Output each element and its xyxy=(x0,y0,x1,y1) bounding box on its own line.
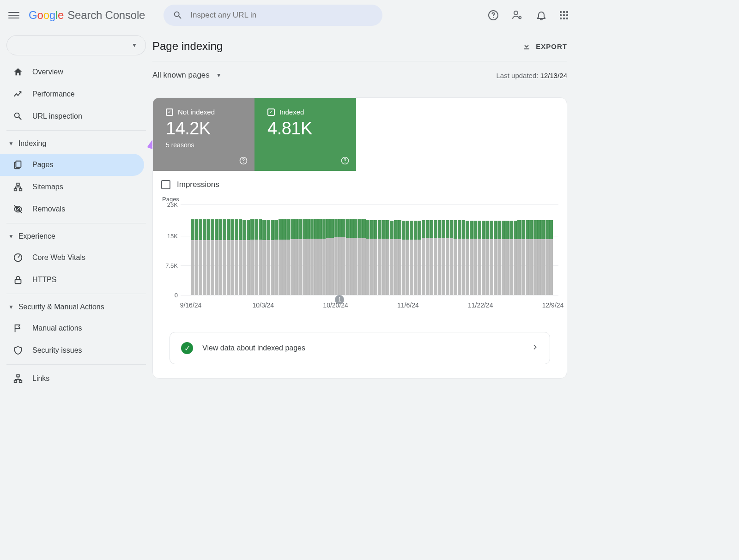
page-header: Page indexing EXPORT xyxy=(152,32,567,61)
svg-rect-10 xyxy=(17,375,19,377)
sidebar-section-experience[interactable]: ▼ Experience xyxy=(0,226,152,247)
svg-rect-12 xyxy=(19,380,22,383)
last-updated: Last updated: 12/13/24 xyxy=(497,72,567,79)
nav-label: Security issues xyxy=(32,346,82,355)
help-icon[interactable] xyxy=(488,10,499,21)
home-icon xyxy=(13,67,23,77)
not-indexed-sub: 5 reasons xyxy=(166,141,246,149)
brand: Google Search Console xyxy=(29,9,145,22)
tab-not-indexed[interactable]: ✓Not indexed 14.2K 5 reasons xyxy=(153,98,254,171)
nav-label: Removals xyxy=(32,205,65,213)
section-label: Experience xyxy=(18,232,55,241)
sidebar-item-performance[interactable]: Performance xyxy=(0,83,144,105)
nav-label: Pages xyxy=(32,161,53,169)
top-bar: Google Search Console xyxy=(0,0,580,30)
svg-rect-5 xyxy=(17,183,19,186)
checkbox-on-icon: ✓ xyxy=(166,108,173,116)
search-icon xyxy=(13,111,23,121)
flag-icon xyxy=(13,323,23,333)
sidebar-item-links[interactable]: Links xyxy=(0,367,144,390)
export-label: EXPORT xyxy=(536,42,567,50)
search-input[interactable] xyxy=(190,11,373,20)
svg-point-14 xyxy=(243,162,244,163)
help-icon[interactable] xyxy=(239,156,248,165)
main: Page indexing EXPORT All known pages ▼ L… xyxy=(152,32,567,440)
status-tabs: ✓Not indexed 14.2K 5 reasons ✓Indexed 4.… xyxy=(153,98,356,171)
sidebar-item-url-inspection[interactable]: URL inspection xyxy=(0,105,144,127)
sidebar-item-pages[interactable]: Pages xyxy=(0,154,144,176)
nav-label: Links xyxy=(32,374,49,383)
nav-label: Sitemaps xyxy=(32,183,63,191)
view-row-label: View data about indexed pages xyxy=(202,344,305,352)
svg-rect-11 xyxy=(14,380,17,383)
chevron-down-icon: ▼ xyxy=(8,233,14,240)
chevron-down-icon: ▼ xyxy=(8,140,14,147)
chevron-right-icon xyxy=(531,343,539,353)
shield-icon xyxy=(13,345,23,355)
impressions-label: Impressions xyxy=(177,180,219,189)
svg-point-16 xyxy=(345,162,345,163)
impressions-toggle[interactable]: Impressions xyxy=(153,171,567,191)
svg-point-1 xyxy=(493,17,494,18)
nav-label: Manual actions xyxy=(32,324,82,332)
gauge-icon xyxy=(13,253,23,263)
brand-product: Search Console xyxy=(67,9,145,22)
section-label: Security & Manual Actions xyxy=(18,303,104,311)
menu-icon[interactable] xyxy=(8,10,19,21)
sitemap-icon xyxy=(13,182,23,192)
download-icon xyxy=(522,42,531,51)
indexing-chart: Pages 23K15K7.5K0 9/16/2410/3/2410/20/24… xyxy=(153,191,567,320)
sidebar-item-cwv[interactable]: Core Web Vitals xyxy=(0,247,144,269)
sidebar-item-removals[interactable]: Removals xyxy=(0,198,144,220)
trend-icon xyxy=(13,89,23,99)
sidebar-item-manual-actions[interactable]: Manual actions xyxy=(0,317,144,339)
sidebar-section-security[interactable]: ▼ Security & Manual Actions xyxy=(0,297,152,317)
nav-label: Core Web Vitals xyxy=(32,253,85,262)
lock-icon xyxy=(13,275,23,285)
apps-icon[interactable] xyxy=(560,11,568,19)
search-icon xyxy=(173,10,183,20)
nav-label: HTTPS xyxy=(32,276,56,284)
tab-indexed[interactable]: ✓Indexed 4.81K xyxy=(254,98,356,171)
property-selector[interactable]: ▼ xyxy=(6,35,146,55)
section-label: Indexing xyxy=(18,139,47,148)
view-indexed-data-button[interactable]: ✓ View data about indexed pages xyxy=(170,332,550,364)
google-logo: Google xyxy=(29,9,64,22)
sidebar-section-indexing[interactable]: ▼ Indexing xyxy=(0,133,152,154)
svg-point-2 xyxy=(514,11,518,15)
sidebar-item-security-issues[interactable]: Security issues xyxy=(0,339,144,361)
not-indexed-value: 14.2K xyxy=(166,119,246,138)
sidebar-item-sitemaps[interactable]: Sitemaps xyxy=(0,176,144,198)
eye-off-icon xyxy=(13,204,23,214)
help-icon[interactable] xyxy=(340,156,350,165)
nav-label: Performance xyxy=(32,90,75,98)
check-circle-icon: ✓ xyxy=(181,342,193,354)
url-inspection-search[interactable] xyxy=(164,5,382,26)
links-icon xyxy=(13,373,23,384)
svg-point-3 xyxy=(519,17,521,18)
sidebar: ▼ Overview Performance URL inspection ▼ … xyxy=(0,30,152,440)
chevron-down-icon: ▼ xyxy=(216,72,222,78)
svg-rect-4 xyxy=(16,161,21,168)
export-button[interactable]: EXPORT xyxy=(522,42,567,51)
filter-label: All known pages xyxy=(152,71,210,80)
checkbox-icon[interactable] xyxy=(161,180,170,189)
sidebar-item-https[interactable]: HTTPS xyxy=(0,269,144,291)
indexed-value: 4.81K xyxy=(267,119,348,138)
filter-row: All known pages ▼ Last updated: 12/13/24 xyxy=(152,61,567,80)
nav-label: URL inspection xyxy=(32,112,82,120)
svg-rect-6 xyxy=(14,189,17,191)
user-settings-icon[interactable] xyxy=(512,10,523,21)
chevron-down-icon: ▼ xyxy=(132,42,137,48)
page-title: Page indexing xyxy=(152,40,223,53)
y-axis-title: Pages xyxy=(161,196,558,203)
page-filter-dropdown[interactable]: All known pages ▼ xyxy=(152,71,222,80)
checkbox-on-icon: ✓ xyxy=(267,108,275,116)
svg-rect-9 xyxy=(15,279,21,283)
bell-icon[interactable] xyxy=(536,10,547,21)
nav-label: Overview xyxy=(32,68,63,76)
pages-icon xyxy=(13,160,23,170)
chevron-down-icon: ▼ xyxy=(8,304,14,310)
indexing-card: ✓Not indexed 14.2K 5 reasons ✓Indexed 4.… xyxy=(152,97,567,379)
sidebar-item-overview[interactable]: Overview xyxy=(0,61,144,83)
